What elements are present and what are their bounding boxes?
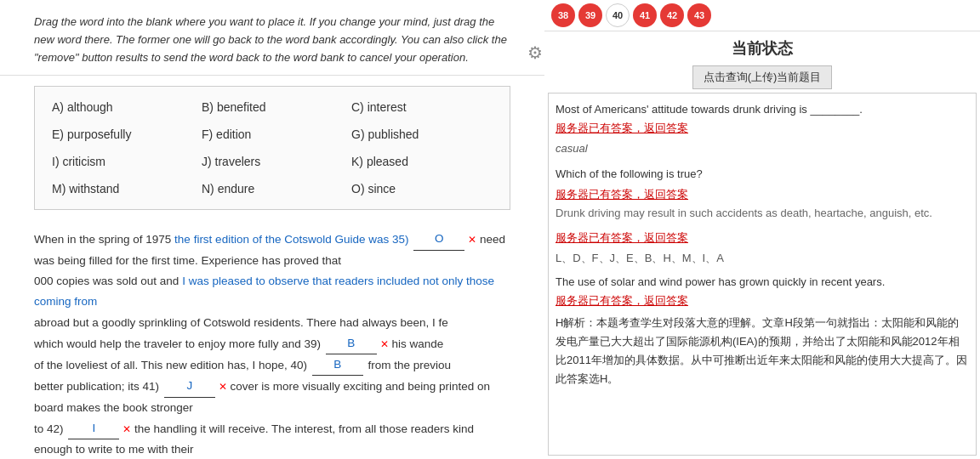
passage-line-7: to 42) I✕ the handling it will receive. … — [34, 418, 510, 459]
q1-answer: casual — [556, 139, 969, 158]
circles-row: 38 39 40 41 42 43 — [544, 0, 980, 31]
word-bank-box: A) although B) benefited C) interest E) … — [34, 86, 510, 210]
word-item-B[interactable]: B) benefited — [202, 100, 343, 114]
circle-39[interactable]: 39 — [578, 3, 602, 27]
question-3: 服务器已有答案，返回答案 L、D、F、J、E、B、H、M、I、A — [556, 229, 969, 268]
circle-42[interactable]: 42 — [660, 3, 684, 27]
q4-text: The use of solar and wind power has grow… — [556, 273, 969, 292]
passage-box: When in the spring of 1975 the first edi… — [0, 220, 544, 459]
instruction-text: Drag the word into the blank where you w… — [34, 15, 507, 64]
query-button[interactable]: 点击查询(上传)当前题目 — [692, 65, 833, 89]
right-panel: 38 39 40 41 42 43 当前状态 点击查询(上传)当前题目 Most… — [544, 0, 980, 459]
circle-38[interactable]: 38 — [551, 3, 575, 27]
circle-41[interactable]: 41 — [633, 3, 657, 27]
question-2: Which of the following is true? 服务器已有答案，… — [556, 165, 969, 223]
q1-text: Most of Americans' attitude towards drun… — [556, 100, 969, 119]
word-item-C[interactable]: C) interest — [351, 100, 493, 114]
q2-accident: Drunk driving may result in such acciden… — [556, 204, 969, 223]
q1-answer-link[interactable]: 服务器已有答案，返回答案 — [556, 119, 969, 138]
main-content: Drag the word into the blank where you w… — [0, 0, 544, 459]
instruction-box: Drag the word into the blank where you w… — [0, 0, 544, 76]
remove-42[interactable]: ✕ — [122, 423, 131, 435]
blank-40[interactable]: B — [312, 354, 363, 376]
passage-line-1: When in the spring of 1975 the first edi… — [34, 229, 510, 271]
word-item-I[interactable]: I) criticism — [52, 155, 193, 168]
word-bank-grid: A) although B) benefited C) interest E) … — [52, 100, 493, 196]
blank-39[interactable]: B — [326, 333, 377, 354]
passage-line-6: better publication; its 41) J✕ cover is … — [34, 376, 510, 418]
word-item-E[interactable]: E) purposefully — [52, 128, 193, 141]
word-item-N[interactable]: N) endure — [202, 182, 343, 196]
blank-41[interactable]: J — [164, 376, 215, 397]
q3-answer-row: L、D、F、J、E、B、H、M、I、A — [556, 249, 969, 268]
word-item-J[interactable]: J) travelers — [202, 155, 343, 168]
word-item-M[interactable]: M) withstand — [52, 182, 193, 196]
circle-43[interactable]: 43 — [687, 3, 711, 27]
question-4: The use of solar and wind power has grow… — [556, 273, 969, 389]
q4-answer-link[interactable]: 服务器已有答案，返回答案 — [556, 292, 969, 310]
remove-39[interactable]: ✕ — [380, 338, 389, 350]
passage-line-3: abroad but a goodly sprinkling of Cotswo… — [34, 313, 510, 333]
q2-text: Which of the following is true? — [556, 165, 969, 184]
word-item-G[interactable]: G) published — [351, 128, 493, 141]
word-item-O[interactable]: O) since — [351, 182, 493, 196]
blank-35[interactable]: O — [413, 229, 464, 250]
blank-42[interactable]: I — [68, 418, 119, 439]
q2-answer-link[interactable]: 服务器已有答案，返回答案 — [556, 185, 969, 204]
circle-40[interactable]: 40 — [606, 3, 630, 27]
question-1: Most of Americans' attitude towards drun… — [556, 100, 969, 158]
word-item-A[interactable]: A) although — [52, 100, 193, 114]
passage-line-2: 000 copies was sold out and I was please… — [34, 271, 510, 313]
q3-answer-link[interactable]: 服务器已有答案，返回答案 — [556, 229, 969, 247]
answer-scroll[interactable]: Most of Americans' attitude towards drun… — [548, 93, 977, 456]
word-item-K[interactable]: K) pleased — [351, 155, 493, 168]
word-item-F[interactable]: F) edition — [202, 128, 343, 141]
passage-line-5: of the loveliest of all. This new editio… — [34, 354, 510, 376]
remove-35[interactable]: ✕ — [468, 234, 476, 246]
q4-analysis: H解析：本题考查学生对段落大意的理解。文章H段第一句就指出：太阳能和风能的发电产… — [556, 314, 969, 388]
gear-icon: ⚙ — [527, 42, 543, 63]
remove-41[interactable]: ✕ — [219, 381, 227, 393]
status-header: 当前状态 — [544, 31, 980, 62]
passage-line-4: which would help the traveler to enjoy m… — [34, 333, 510, 354]
